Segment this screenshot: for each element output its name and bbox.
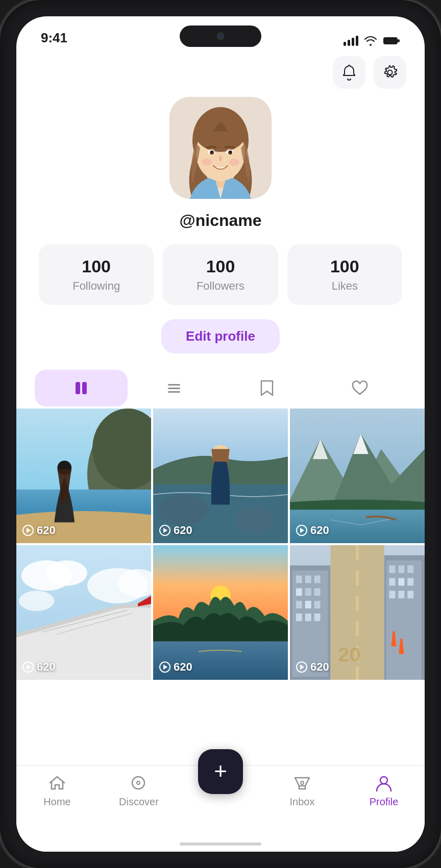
play-triangle-1 xyxy=(26,527,31,533)
plus-icon: + xyxy=(214,760,227,782)
avatar xyxy=(169,97,272,199)
video-thumbnail-2 xyxy=(153,409,288,543)
followers-stat[interactable]: 100 Followers xyxy=(163,244,278,305)
profile-header: @nicname 100 Following 100 Followers 100… xyxy=(16,51,425,370)
video-thumbnail-4 xyxy=(16,545,151,680)
play-icon-3 xyxy=(296,525,307,536)
wifi-icon xyxy=(363,36,378,46)
svg-point-83 xyxy=(137,781,140,784)
svg-rect-70 xyxy=(398,591,404,598)
svg-rect-57 xyxy=(314,601,321,608)
battery-icon xyxy=(383,36,400,45)
following-stat[interactable]: 100 Following xyxy=(39,244,154,305)
pause-icon xyxy=(72,379,90,397)
play-triangle-6 xyxy=(299,664,304,670)
nav-inbox-label: Inbox xyxy=(290,796,315,808)
svg-rect-65 xyxy=(407,566,413,573)
svg-point-37 xyxy=(47,560,87,586)
grid-item-1[interactable]: 620 xyxy=(16,409,151,543)
header-icons xyxy=(35,56,406,89)
notification-button[interactable] xyxy=(333,56,365,89)
tab-bar: + Home Discover + xyxy=(16,765,425,836)
profile-nav-icon xyxy=(374,774,394,793)
svg-rect-55 xyxy=(296,601,302,608)
svg-rect-59 xyxy=(305,614,311,621)
svg-rect-73 xyxy=(356,545,359,560)
scroll-content[interactable]: @nicname 100 Following 100 Followers 100… xyxy=(16,51,425,765)
edit-profile-button[interactable]: Edit profile xyxy=(161,319,280,353)
status-icons xyxy=(344,36,400,46)
grid-item-5[interactable]: 620 xyxy=(153,545,288,680)
nav-discover[interactable]: Discover xyxy=(98,774,180,808)
view-count-4: 620 xyxy=(22,660,56,674)
grid-item-6[interactable]: 20 620 xyxy=(290,545,425,680)
svg-rect-60 xyxy=(314,614,321,621)
svg-rect-53 xyxy=(305,588,311,596)
status-time: 9:41 xyxy=(41,30,67,46)
svg-rect-68 xyxy=(407,578,413,586)
stats-row: 100 Following 100 Followers 100 Likes xyxy=(35,244,406,305)
play-icon-4 xyxy=(22,661,34,673)
svg-rect-58 xyxy=(296,614,302,621)
play-triangle-5 xyxy=(162,664,167,670)
bookmark-icon xyxy=(259,379,275,397)
grid-item-4[interactable]: 620 xyxy=(16,545,151,680)
svg-rect-75 xyxy=(356,596,359,611)
phone-screen: 9:41 xyxy=(16,16,425,852)
svg-rect-0 xyxy=(383,37,398,44)
discover-icon xyxy=(129,774,149,793)
svg-point-7 xyxy=(195,113,246,152)
front-camera xyxy=(217,33,224,40)
tab-videos[interactable] xyxy=(35,370,128,406)
svg-rect-63 xyxy=(389,566,396,573)
svg-rect-18 xyxy=(168,384,180,386)
nav-home[interactable]: Home xyxy=(16,774,98,808)
bell-icon xyxy=(341,64,357,81)
tab-posts[interactable] xyxy=(128,370,220,406)
view-count-3: 620 xyxy=(296,524,329,537)
grid-item-3[interactable]: 620 xyxy=(290,409,425,543)
svg-rect-17 xyxy=(82,382,87,394)
video-grid: 620 xyxy=(16,409,425,680)
nav-profile[interactable]: Profile xyxy=(343,774,425,808)
view-count-1: 620 xyxy=(22,524,56,537)
svg-rect-69 xyxy=(389,591,396,598)
play-triangle-4 xyxy=(26,664,31,670)
tab-liked[interactable] xyxy=(313,370,406,406)
svg-rect-16 xyxy=(76,382,80,394)
content-tabs xyxy=(16,370,425,406)
svg-rect-76 xyxy=(356,621,359,636)
inbox-icon xyxy=(292,774,312,793)
svg-rect-74 xyxy=(356,571,359,586)
play-icon-2 xyxy=(159,525,170,536)
svg-point-84 xyxy=(301,781,304,784)
svg-rect-56 xyxy=(305,601,311,608)
home-bar xyxy=(180,843,261,846)
username: @nicname xyxy=(179,211,261,230)
grid-item-2[interactable]: 620 xyxy=(153,409,288,543)
add-button[interactable]: + xyxy=(198,749,243,794)
likes-label: Likes xyxy=(332,279,358,293)
svg-rect-49 xyxy=(296,576,302,583)
view-count-2: 620 xyxy=(159,524,192,537)
svg-rect-66 xyxy=(389,578,396,586)
svg-point-85 xyxy=(380,777,387,784)
tab-saved[interactable] xyxy=(220,370,313,406)
svg-point-13 xyxy=(230,151,232,153)
settings-button[interactable] xyxy=(374,56,406,89)
svg-rect-54 xyxy=(314,588,321,596)
play-triangle-2 xyxy=(162,527,167,533)
nav-inbox[interactable]: Inbox xyxy=(261,774,343,808)
dynamic-island xyxy=(180,25,261,47)
svg-point-12 xyxy=(212,151,213,153)
nav-home-label: Home xyxy=(43,796,70,808)
home-indicator xyxy=(16,836,425,852)
following-count: 100 xyxy=(82,257,111,276)
likes-stat[interactable]: 100 Likes xyxy=(287,244,402,305)
followers-label: Followers xyxy=(197,279,244,293)
svg-rect-50 xyxy=(305,576,311,583)
avatar-image xyxy=(169,97,272,199)
svg-rect-78 xyxy=(356,667,359,680)
home-icon xyxy=(47,774,67,793)
svg-rect-67 xyxy=(398,578,404,586)
